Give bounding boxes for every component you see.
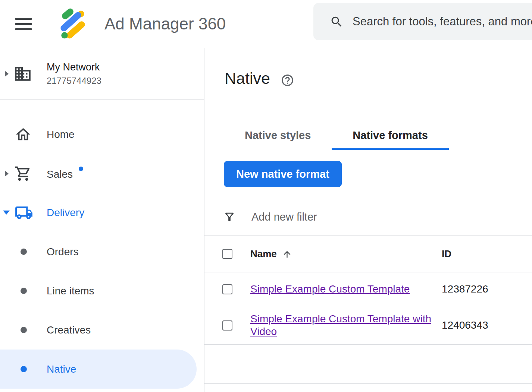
sidebar-item-label: Orders — [47, 246, 79, 258]
sidebar-item-label: Sales — [47, 167, 83, 180]
native-formats-table: Name ID Simple Example Custom Template 1… — [204, 236, 532, 384]
row-checkbox[interactable] — [222, 320, 232, 331]
sidebar-item-orders[interactable]: Orders — [0, 232, 204, 271]
native-format-link[interactable]: Simple Example Custom Template — [250, 283, 410, 295]
table-empty-row — [204, 345, 532, 384]
network-name: My Network — [47, 61, 101, 73]
filter-placeholder: Add new filter — [251, 211, 317, 223]
network-id: 21775744923 — [47, 76, 101, 86]
search-placeholder: Search for tools, features, and more — [353, 15, 532, 28]
main-content: Native Native styles Native formats New … — [204, 48, 532, 392]
native-format-id: 12387226 — [442, 283, 532, 295]
sidebar-item-label: Native — [47, 363, 76, 375]
sidebar-item-sales[interactable]: Sales — [0, 154, 204, 193]
sidebar-item-delivery[interactable]: Delivery — [0, 193, 204, 232]
native-format-link[interactable]: Simple Example Custom Template with Vide… — [250, 313, 431, 337]
bullet-icon — [21, 249, 27, 255]
ad-manager-logo-icon — [55, 7, 90, 41]
caret-down-icon — [3, 211, 10, 215]
table-row: Simple Example Custom Template 12387226 — [204, 272, 532, 306]
shopping-cart-icon — [15, 165, 32, 182]
bullet-icon — [21, 288, 27, 294]
page-title: Native — [225, 69, 270, 88]
tab-bar: Native styles Native formats — [204, 122, 532, 150]
native-format-id: 12406343 — [442, 319, 532, 331]
row-checkbox[interactable] — [222, 284, 232, 294]
top-app-bar: Ad Manager 360 Search for tools, feature… — [0, 0, 532, 48]
select-all-checkbox[interactable] — [222, 249, 232, 259]
caret-right-icon — [5, 171, 9, 177]
help-icon[interactable] — [281, 73, 294, 87]
notification-dot — [79, 167, 83, 171]
menu-icon[interactable] — [15, 18, 32, 30]
tab-native-styles[interactable]: Native styles — [224, 122, 332, 150]
filter-bar[interactable]: Add new filter — [204, 198, 532, 236]
sidebar: My Network 21775744923 Home Sales — [0, 48, 204, 392]
tab-native-formats[interactable]: Native formats — [332, 122, 448, 150]
bullet-icon — [21, 366, 27, 372]
sidebar-item-line-items[interactable]: Line items — [0, 271, 204, 310]
filter-funnel-icon — [223, 211, 236, 223]
column-header-name[interactable]: Name — [250, 248, 433, 260]
table-row: Simple Example Custom Template with Vide… — [204, 306, 532, 345]
sidebar-item-home[interactable]: Home — [0, 115, 204, 154]
column-header-id[interactable]: ID — [442, 248, 532, 260]
truck-icon — [15, 203, 33, 222]
building-icon — [13, 64, 32, 83]
sidebar-item-creatives[interactable]: Creatives — [0, 310, 204, 350]
sidebar-item-label: Home — [47, 129, 75, 140]
app-title: Ad Manager 360 — [104, 15, 226, 33]
sidebar-item-label: Delivery — [47, 207, 84, 219]
table-header-row: Name ID — [204, 236, 532, 272]
bullet-icon — [21, 327, 27, 333]
caret-right-icon — [5, 71, 9, 77]
new-native-format-button[interactable]: New native format — [224, 161, 342, 187]
sidebar-item-label: Line items — [47, 285, 94, 297]
search-input[interactable]: Search for tools, features, and more — [313, 3, 532, 40]
network-selector[interactable]: My Network 21775744923 — [0, 48, 204, 100]
sidebar-item-label: Creatives — [47, 324, 91, 336]
sort-ascending-icon — [282, 249, 292, 259]
search-icon — [330, 15, 344, 29]
home-icon — [15, 126, 32, 143]
sidebar-item-native[interactable]: Native — [0, 350, 197, 389]
